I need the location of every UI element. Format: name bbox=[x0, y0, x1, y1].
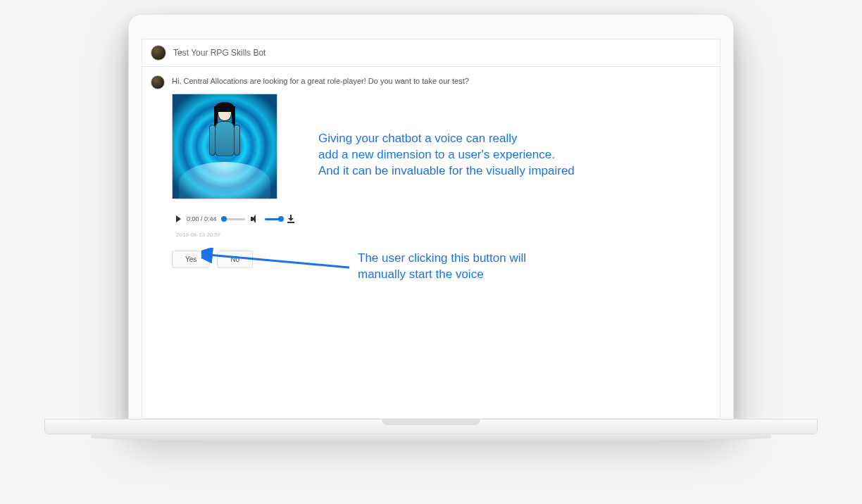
no-button[interactable]: No bbox=[217, 251, 253, 268]
chat-title: Test Your RPG Skills Bot bbox=[173, 48, 266, 58]
audio-time: 0:00 / 0:44 bbox=[187, 215, 217, 222]
laptop-mockup-frame: Test Your RPG Skills Bot Hi, Central All… bbox=[128, 14, 734, 420]
volume-slider[interactable] bbox=[265, 218, 282, 220]
audio-seek-track[interactable] bbox=[223, 218, 245, 220]
chat-message-row: Hi, Central Allocations are looking for … bbox=[142, 67, 720, 89]
audio-seek-thumb[interactable] bbox=[221, 216, 227, 222]
message-timestamp: 2018-08-13 20:57 bbox=[176, 232, 720, 238]
bot-avatar-icon bbox=[151, 45, 166, 61]
yes-button[interactable]: Yes bbox=[172, 251, 210, 268]
app-screen: Test Your RPG Skills Bot Hi, Central All… bbox=[142, 39, 720, 419]
chat-image bbox=[172, 94, 277, 199]
audio-player[interactable]: 0:00 / 0:44 bbox=[172, 209, 299, 229]
annotation-top: Giving your chatbot a voice can really a… bbox=[318, 131, 656, 179]
chat-message-text: Hi, Central Allocations are looking for … bbox=[172, 74, 469, 85]
chat-media-block: 0:00 / 0:44 2018-08-13 20:57 Yes No bbox=[172, 94, 720, 268]
annotation-bottom: The user clicking this button will manua… bbox=[358, 251, 639, 283]
chat-header: Test Your RPG Skills Bot bbox=[142, 39, 720, 67]
download-icon[interactable] bbox=[287, 215, 294, 223]
bot-avatar-icon bbox=[151, 75, 165, 89]
volume-icon[interactable] bbox=[251, 215, 259, 223]
laptop-base bbox=[44, 419, 818, 446]
play-icon[interactable] bbox=[176, 215, 181, 222]
